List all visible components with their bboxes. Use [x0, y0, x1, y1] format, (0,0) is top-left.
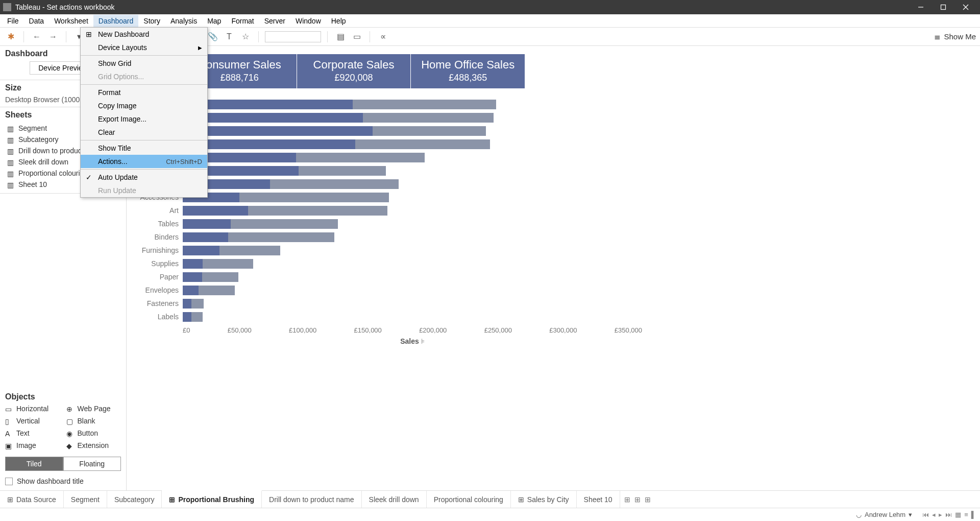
object-button[interactable]: ◉Button [66, 429, 121, 437]
fit-icon[interactable]: ▤ [334, 30, 347, 43]
bar-row[interactable] [183, 244, 647, 257]
menu-window[interactable]: Window [290, 15, 326, 27]
menu-item-showtitle[interactable]: Show Title [81, 141, 207, 155]
bar-row[interactable] [183, 151, 647, 164]
menu-item-clear[interactable]: Clear [81, 126, 207, 139]
new-worksheet-icon[interactable]: ⊞ [624, 495, 630, 504]
bar-row[interactable] [183, 204, 647, 217]
text-icon: A [5, 430, 12, 437]
tableau-logo-icon[interactable]: ✱ [4, 30, 17, 43]
bar-row[interactable] [183, 177, 647, 191]
menu-item-actions[interactable]: Actions...Ctrl+Shift+D [81, 155, 207, 168]
menu-item-copyimg[interactable]: Copy Image [81, 99, 207, 112]
menu-dashboard[interactable]: Dashboard [93, 15, 139, 27]
minimize-button[interactable] [910, 0, 932, 14]
bar-row[interactable] [183, 137, 647, 151]
close-button[interactable] [954, 0, 977, 14]
toolbar-search[interactable] [265, 31, 321, 42]
object-horizontal[interactable]: ▭Horizontal [5, 405, 60, 413]
menu-format[interactable]: Format [226, 15, 259, 27]
data-source-tab[interactable]: ⊞ Data Source [0, 491, 64, 508]
dashboard-canvas: Consumer Sales£888,716Corporate Sales£92… [127, 46, 980, 490]
bar-row[interactable] [183, 310, 647, 323]
menu-item-new[interactable]: ⊞New Dashboard [81, 28, 207, 41]
pin-icon[interactable]: ☆ [239, 30, 252, 43]
menu-data[interactable]: Data [24, 15, 50, 27]
tab-drill-down-to-product-name[interactable]: Drill down to product name [262, 491, 362, 508]
check-icon: ✓ [84, 173, 94, 181]
new-dashboard-icon[interactable]: ⊞ [634, 495, 641, 504]
bar-row[interactable] [183, 164, 647, 177]
nav-last-icon[interactable]: ⏭ [945, 511, 952, 518]
showme-icon: ≣ [934, 32, 941, 41]
user-menu[interactable]: ◡ Andrew Lehm ▾ [852, 511, 916, 518]
objects-header: Objects [5, 392, 121, 401]
group-icon[interactable]: 📎 [206, 30, 219, 43]
tab-proportional-brushing[interactable]: ⊞Proportional Brushing [162, 490, 262, 508]
menu-worksheet[interactable]: Worksheet [49, 15, 93, 27]
menu-item-format[interactable]: Format [81, 86, 207, 99]
floating-button[interactable]: Floating [63, 457, 121, 471]
tab-proportional-colouring[interactable]: Proportional colouring [427, 491, 511, 508]
menu-server[interactable]: Server [259, 15, 290, 27]
data-source-icon: ⊞ [7, 495, 13, 504]
bar-row[interactable] [183, 297, 647, 310]
maximize-button[interactable] [932, 0, 954, 14]
object-web-page[interactable]: ⊕Web Page [66, 405, 121, 413]
menu-story[interactable]: Story [138, 15, 165, 27]
chart-bars[interactable] [183, 98, 647, 323]
kpi-card[interactable]: Home Office Sales£488,365 [411, 54, 525, 88]
share-icon[interactable]: ∝ [376, 30, 389, 43]
tab-sales-by-city[interactable]: ⊞Sales by City [511, 491, 577, 508]
back-icon[interactable]: ← [30, 30, 43, 43]
bar-row[interactable] [183, 98, 647, 111]
user-name: Andrew Lehm [865, 511, 905, 518]
nav-prev-icon[interactable]: ◂ [932, 511, 936, 518]
bar-row[interactable] [183, 217, 647, 230]
bar-row[interactable] [183, 270, 647, 283]
kpi-card[interactable]: Corporate Sales£920,008 [297, 54, 411, 88]
tab-sleek-drill-down[interactable]: Sleek drill down [362, 491, 427, 508]
bar-row[interactable] [183, 257, 647, 270]
presentation-mode-icon[interactable]: ▭ [350, 30, 363, 43]
object-vertical[interactable]: ▯Vertical [5, 417, 60, 425]
menu-item-autoupd[interactable]: ✓Auto Update [81, 171, 207, 184]
menu-help[interactable]: Help [326, 15, 351, 27]
tab-segment[interactable]: Segment [64, 491, 107, 508]
nav-first-icon[interactable]: ⏮ [922, 511, 929, 518]
menu-item-exportimg[interactable]: Export Image... [81, 112, 207, 126]
bar-row[interactable] [183, 191, 647, 204]
nav-next-icon[interactable]: ▸ [939, 511, 942, 518]
menu-map[interactable]: Map [202, 15, 226, 27]
object-blank[interactable]: ▢Blank [66, 417, 121, 425]
worksheet-icon: ▥ [7, 136, 14, 143]
object-text[interactable]: AText [5, 429, 60, 437]
v-icon: ▯ [5, 417, 12, 424]
new-story-icon[interactable]: ⊞ [645, 495, 651, 504]
view-list-icon[interactable]: ≡ [964, 511, 968, 518]
tiled-button[interactable]: Tiled [5, 457, 63, 471]
forward-icon[interactable]: → [46, 30, 60, 43]
object-extension[interactable]: ◆Extension [66, 441, 121, 449]
bar-row[interactable] [183, 124, 647, 137]
view-cards-icon[interactable]: ▦ [955, 511, 961, 518]
menu-file[interactable]: File [2, 15, 24, 27]
bar-row[interactable] [183, 230, 647, 244]
menu-item-device[interactable]: Device Layouts▶ [81, 41, 207, 54]
show-title-label: Show dashboard title [17, 477, 84, 485]
menu-item-showgrid[interactable]: Show Grid [81, 57, 207, 70]
show-me-button[interactable]: ≣ Show Me [934, 32, 976, 41]
totals-icon[interactable]: T [223, 30, 236, 43]
tab-sheet-10[interactable]: Sheet 10 [577, 491, 620, 508]
sheet-tabs: ⊞ Data Source SegmentSubcategory⊞Proport… [0, 490, 980, 508]
dashboard-icon: ⊞ [518, 495, 524, 504]
view-filmstrip-icon[interactable]: ▌ [971, 511, 976, 518]
app-icon [3, 3, 11, 11]
menu-analysis[interactable]: Analysis [165, 15, 202, 27]
bar-row[interactable] [183, 111, 647, 124]
show-title-checkbox[interactable] [5, 478, 13, 485]
tab-subcategory[interactable]: Subcategory [107, 491, 162, 508]
bar-row[interactable] [183, 283, 647, 297]
blank-icon: ▢ [66, 417, 74, 424]
object-image[interactable]: ▣Image [5, 441, 60, 449]
